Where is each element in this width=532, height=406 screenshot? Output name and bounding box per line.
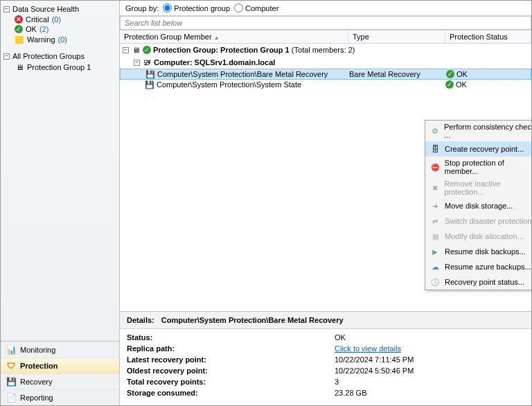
detail-label: Total recovery points:: [127, 378, 335, 386]
detail-value: 10/22/2024 7:11:45 PM: [335, 355, 524, 364]
shield-icon: [6, 361, 16, 371]
cm-label: Move disk storage...: [445, 202, 513, 210]
ok-icon: ✓: [143, 46, 151, 54]
radio-computer[interactable]: Computer: [234, 3, 278, 12]
collapse-icon[interactable]: −: [123, 47, 129, 53]
members-tree: − ✓ Protection Group: Protection Group 1…: [120, 44, 531, 311]
cm-label: Stop protection of member...: [445, 159, 531, 175]
radio-computer-input[interactable]: [234, 3, 243, 12]
computer-icon: [142, 58, 152, 67]
section-title: Data Source Health: [12, 5, 79, 13]
cm-move-disk-storage[interactable]: Move disk storage...: [425, 198, 531, 213]
sidebar-nav: Monitoring Protection Recovery Reporting: [1, 341, 119, 405]
member-status: OK: [456, 80, 467, 89]
warning-count[interactable]: (0): [58, 35, 67, 44]
remove-icon: [429, 182, 440, 193]
cm-remove-inactive: Remove inactive protection...: [425, 177, 531, 198]
computer-row[interactable]: − Computer: SQLSrv1.domain.local: [120, 56, 531, 69]
protection-group-row[interactable]: − ✓ Protection Group: Protection Group 1…: [120, 44, 531, 56]
details-subject: Computer\System Protection\Bare Metal Re…: [161, 316, 344, 324]
nav-reporting[interactable]: Reporting: [1, 389, 119, 405]
health-warning[interactable]: Warning (0): [2, 34, 118, 45]
ok-icon: ✓: [445, 80, 454, 89]
computer-name: SQLSrv1.domain.local: [195, 58, 276, 67]
search-input[interactable]: [120, 16, 531, 30]
col-status[interactable]: Protection Status: [445, 30, 531, 43]
protection-groups-section: − All Protection Groups Protection Group…: [2, 51, 118, 73]
cm-stop-protection[interactable]: Stop protection of member...: [425, 157, 531, 177]
nav-label: Reporting: [20, 394, 53, 402]
detail-label: Status:: [127, 333, 335, 342]
collapse-icon[interactable]: −: [134, 60, 140, 66]
main-panel: Group by: Protection group Computer Prot…: [120, 1, 531, 405]
ok-icon: ✓: [446, 70, 454, 78]
cm-switch-disaster: Switch disaster protection: [425, 213, 531, 229]
critical-icon: ✕: [15, 15, 23, 24]
pg-total: (Total members: 2): [292, 46, 355, 54]
member-status: OK: [456, 70, 468, 78]
health-ok[interactable]: ✓ OK (2): [2, 24, 118, 34]
collapse-icon[interactable]: −: [3, 6, 10, 12]
cm-label: Resume azure backups...: [445, 263, 531, 271]
replica-path-link[interactable]: Click to view details: [335, 344, 401, 353]
detail-label: Oldest recovery point:: [127, 367, 335, 375]
cm-label: Perform consistency check ...: [444, 123, 531, 139]
detail-value: 10/22/2024 5:50:46 PM: [335, 367, 524, 375]
ok-label: OK: [26, 25, 37, 33]
nav-recovery[interactable]: Recovery: [1, 373, 119, 389]
details-header: Details: Computer\System Protection\Bare…: [120, 312, 531, 329]
group-by-label: Group by:: [125, 4, 159, 12]
cm-label: Switch disaster protection: [445, 217, 531, 225]
detail-label: Replica path:: [127, 344, 335, 353]
details-title: Details:: [127, 316, 154, 324]
nav-protection[interactable]: Protection: [1, 358, 119, 373]
health-critical[interactable]: ✕ Critical (0): [2, 15, 118, 24]
col-member[interactable]: Protection Group Member ▲: [120, 30, 348, 43]
cm-modify-allocation: Modify disk allocation...: [425, 229, 531, 244]
radio-protection-group[interactable]: Protection group: [163, 3, 230, 12]
cm-create-recovery-point[interactable]: Create recovery point...: [425, 141, 531, 157]
member-row-system-state[interactable]: Computer\System Protection\System State …: [120, 80, 531, 89]
ok-icon: ✓: [15, 25, 23, 33]
detail-replica-row: Replica path: Click to view details: [127, 343, 524, 354]
critical-label: Critical: [26, 15, 49, 24]
clock-icon: [429, 276, 441, 288]
search-row: [120, 16, 531, 30]
detail-value: OK: [335, 333, 524, 342]
detail-storage-row: Storage consumed: 23.28 GB: [127, 387, 524, 398]
nav-label: Monitoring: [20, 346, 55, 354]
pg-name: Protection Group 1: [220, 46, 290, 54]
sidebar-tree: − Data Source Health ✕ Critical (0) ✓ OK…: [1, 1, 119, 341]
data-source-health-header[interactable]: − Data Source Health: [2, 3, 118, 15]
stop-icon: [429, 161, 441, 173]
detail-total-row: Total recovery points: 3: [127, 376, 524, 387]
cm-label: Create recovery point...: [445, 145, 524, 153]
radio-pg-input[interactable]: [163, 3, 172, 12]
nav-monitoring[interactable]: Monitoring: [1, 342, 119, 358]
critical-count[interactable]: (0): [52, 15, 61, 24]
all-protection-groups-header[interactable]: − All Protection Groups: [2, 51, 118, 62]
protection-group-item[interactable]: Protection Group 1: [2, 62, 118, 73]
cloud-icon: [429, 261, 441, 272]
collapse-icon[interactable]: −: [3, 53, 10, 60]
servers-icon: [131, 45, 141, 55]
col-type[interactable]: Type: [348, 30, 445, 43]
recover-icon: [6, 377, 16, 387]
cm-consistency-check[interactable]: Perform consistency check ...: [425, 121, 531, 141]
member-path: Computer\System Protection\Bare Metal Re…: [157, 70, 328, 78]
detail-status-row: Status: OK: [127, 332, 524, 343]
context-menu: Perform consistency check ... Create rec…: [425, 120, 531, 290]
detail-value: 3: [335, 378, 524, 386]
cm-resume-disk-backups[interactable]: Resume disk backups...: [425, 244, 531, 259]
database-icon: [429, 143, 441, 155]
cm-label: Resume disk backups...: [445, 247, 526, 256]
member-row-bare-metal[interactable]: Computer\System Protection\Bare Metal Re…: [120, 69, 531, 80]
ok-count[interactable]: (2): [39, 25, 48, 33]
section-title: All Protection Groups: [12, 52, 85, 60]
details-panel: Details: Computer\System Protection\Bare…: [120, 311, 531, 405]
move-icon: [429, 200, 441, 211]
cm-resume-azure-backups[interactable]: Resume azure backups...: [425, 259, 531, 274]
cm-recovery-point-status[interactable]: Recovery point status...: [425, 274, 531, 290]
nav-label: Recovery: [20, 378, 52, 386]
group-label: Protection Group 1: [27, 63, 91, 71]
